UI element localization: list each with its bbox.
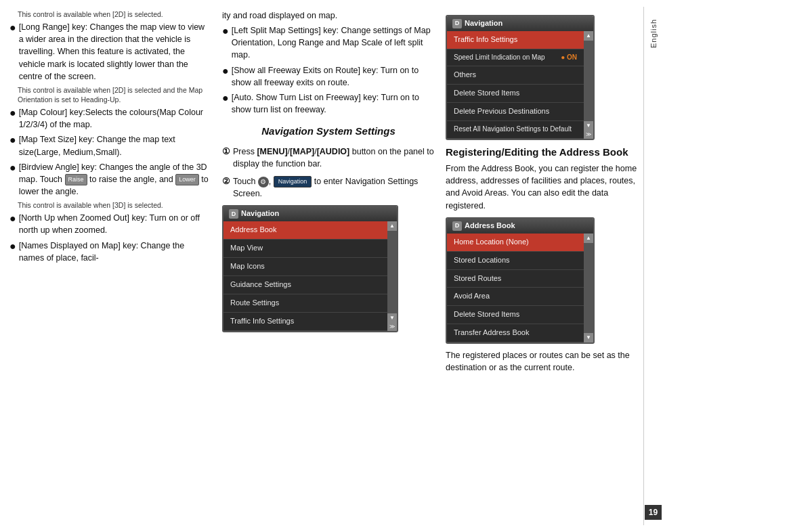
nav-bottom-stored-loc[interactable]: Stored Locations <box>447 252 584 270</box>
nav-bottom-delete-stored[interactable]: Delete Stored Items <box>447 306 584 324</box>
bullet-map-colour-text: [Map Colour] key:Selects the colours(Map… <box>19 106 211 131</box>
language-label: English <box>649 12 658 55</box>
nav-top-delete-prev[interactable]: Delete Previous Destinations <box>447 103 584 121</box>
bullet-icon-2: ● <box>9 106 16 119</box>
lower-button-icon: Lower <box>175 174 199 185</box>
nav-screen-mid-title-bar: D Navigation <box>223 206 397 221</box>
note-2d-heading-up: This control is available when [2D] is s… <box>18 85 211 104</box>
right-column: D Navigation Traffic Info Settings Speed… <box>440 7 643 525</box>
registering-intro: From the Address Book, you can register … <box>446 162 638 212</box>
nav-screen-top: D Navigation Traffic Info Settings Speed… <box>446 15 595 140</box>
right-sidebar: English 19 <box>643 7 662 525</box>
bullet-icon-3: ● <box>9 133 16 146</box>
nav-screen-top-icon: D <box>452 19 462 28</box>
step-2-text: Touch ⚙, Navigation to enter Navigation … <box>233 175 435 200</box>
nav-screen-bottom-title-bar: D Address Book <box>447 219 593 234</box>
registering-heading-text: Registering/Editing the Address Book <box>446 146 638 159</box>
nav-screen-bottom-scrollbar[interactable]: ▲ ▼ <box>584 234 593 343</box>
bullet-birdview-angle-text: [Birdview Angle] key: Changes the angle … <box>19 161 211 198</box>
nav-screen-bottom-icon: D <box>452 221 462 231</box>
nav-screen-mid-menu-list: Address Book Map View Map Icons Guidance… <box>223 221 387 331</box>
bullet-icon-9: ● <box>222 91 229 104</box>
nav-bottom-scroll-up-icon[interactable]: ▲ <box>584 234 593 243</box>
bullet-long-range: ● [Long Range] key: Changes the map view… <box>9 21 211 83</box>
bullet-icon-4: ● <box>9 161 16 174</box>
bullet-freeway-exits-text: [Show all Freeway Exits on Route] key: T… <box>232 64 435 89</box>
nav-screen-bottom-title: Address Book <box>465 221 515 231</box>
nav-screen-mid-title: Navigation <box>241 208 279 219</box>
bullet-freeway-exits: ● [Show all Freeway Exits on Route] key:… <box>222 64 435 89</box>
nav-system-settings-heading: Navigation System Settings <box>222 124 435 139</box>
bullet-birdview-angle: ● [Birdview Angle] key: Changes the angl… <box>9 161 211 198</box>
nav-bottom-stored-routes[interactable]: Stored Routes <box>447 270 584 288</box>
nav-top-reset[interactable]: Reset All Navigation Settings to Default <box>447 121 584 139</box>
nav-bottom-transfer[interactable]: Transfer Address Book <box>447 324 584 342</box>
nav-top-traffic-info[interactable]: Traffic Info Settings <box>447 31 584 49</box>
bullet-turn-list-text: [Auto. Show Turn List on Freeway] key: T… <box>232 91 435 116</box>
bullet-north-up-text: [North Up when Zoomed Out] key: Turn on … <box>19 212 211 236</box>
nav-bottom-home-loc[interactable]: Home Location (None) <box>447 234 584 252</box>
bullet-left-split-text: [Left Split Map Settings] key: Change se… <box>232 24 435 61</box>
bullet-map-colour: ● [Map Colour] key:Selects the colours(M… <box>9 106 211 131</box>
bullet-icon-5: ● <box>9 212 16 225</box>
nav-bottom-scroll-down-icon[interactable]: ▼ <box>584 333 593 342</box>
nav-screen-mid-scrollbar[interactable]: ▲ ▼ ≫ <box>387 221 397 331</box>
left-column: This control is available when [2D] is s… <box>7 7 217 525</box>
bullet-long-range-text: [Long Range] key: Changes the map view t… <box>19 21 211 83</box>
gear-icon: ⚙ <box>258 177 269 187</box>
step-2: ② Touch ⚙, Navigation to enter Navigatio… <box>222 175 435 200</box>
nav-screen-top-title-bar: D Navigation <box>447 16 593 31</box>
note-3d-selected: This control is available when [3D] is s… <box>18 200 211 210</box>
nav-screen-mid-inner: Address Book Map View Map Icons Guidance… <box>223 221 397 331</box>
note-2d-selected-1: This control is available when [2D] is s… <box>18 9 211 19</box>
bullet-names-displayed-text: [Names Displayed on Map] key: Change the… <box>19 240 211 264</box>
continued-text: ity and road displayed on map. <box>222 9 435 22</box>
nav-top-delete-stored[interactable]: Delete Stored Items <box>447 85 584 103</box>
footer-text: The registered places or routes can be s… <box>446 349 638 374</box>
bullet-left-split: ● [Left Split Map Settings] key: Change … <box>222 24 435 61</box>
nav-screen-top-title: Navigation <box>465 18 503 29</box>
bullet-names-displayed: ● [Names Displayed on Map] key: Change t… <box>9 240 211 264</box>
step-1-text: Press [MENU]/[MAP]/[AUDIO] button on the… <box>233 146 435 170</box>
nav-top-speed-limit[interactable]: Speed Limit Indication on Map ● ON <box>447 49 584 67</box>
nav-item-map-view[interactable]: Map View <box>223 240 387 258</box>
navigation-icon: Navigation <box>274 176 312 187</box>
nav-item-route-settings[interactable]: Route Settings <box>223 294 387 313</box>
step-1-num: ① <box>222 146 230 158</box>
nav-item-map-icons[interactable]: Map Icons <box>223 258 387 276</box>
registering-heading: Registering/Editing the Address Book <box>446 146 638 159</box>
nav-screen-bottom-menu-list: Home Location (None) Stored Locations St… <box>447 234 584 343</box>
nav-item-address-book[interactable]: Address Book <box>223 221 387 240</box>
bullet-icon-1: ● <box>9 21 16 34</box>
nav-top-others[interactable]: Others <box>447 66 584 85</box>
bullet-north-up: ● [North Up when Zoomed Out] key: Turn o… <box>9 212 211 236</box>
nav-item-traffic-info[interactable]: Traffic Info Settings <box>223 313 387 331</box>
nav-bottom-avoid-area[interactable]: Avoid Area <box>447 288 584 306</box>
bullet-icon-6: ● <box>9 240 16 252</box>
nav-scroll-down-icon[interactable]: ▼ <box>387 313 397 323</box>
bullet-map-text-size: ● [Map Text Size] key: Change the map te… <box>9 133 211 158</box>
nav-screen-bottom-inner: Home Location (None) Stored Locations St… <box>447 234 593 343</box>
nav-screen-top-menu-list: Traffic Info Settings Speed Limit Indica… <box>447 31 584 139</box>
nav-screen-top-inner: Traffic Info Settings Speed Limit Indica… <box>447 31 593 139</box>
nav-screen-mid-icon: D <box>229 209 238 219</box>
nav-item-guidance-settings[interactable]: Guidance Settings <box>223 276 387 294</box>
nav-screen-top-scrollbar[interactable]: ▲ ▼ ≫ <box>584 31 593 139</box>
nav-screen-bottom: D Address Book Home Location (None) Stor… <box>446 217 595 345</box>
nav-scroll-up-icon[interactable]: ▲ <box>387 221 397 231</box>
page-number: 19 <box>645 505 662 520</box>
bullet-map-text-size-text: [Map Text Size] key: Change the map text… <box>19 133 211 158</box>
step-1: ① Press [MENU]/[MAP]/[AUDIO] button on t… <box>222 146 435 170</box>
bullet-icon-7: ● <box>222 24 229 37</box>
nav-top-scroll-down-icon[interactable]: ▼ <box>584 121 593 131</box>
bullet-turn-list: ● [Auto. Show Turn List on Freeway] key:… <box>222 91 435 116</box>
bullet-icon-8: ● <box>222 64 229 77</box>
nav-screen-mid: D Navigation Address Book Map View Map I… <box>222 205 398 332</box>
raise-button-icon: Raise <box>65 174 87 185</box>
step-2-num: ② <box>222 175 230 188</box>
nav-top-scroll-up-icon[interactable]: ▲ <box>584 31 593 41</box>
mid-column: ity and road displayed on map. ● [Left S… <box>217 7 440 525</box>
